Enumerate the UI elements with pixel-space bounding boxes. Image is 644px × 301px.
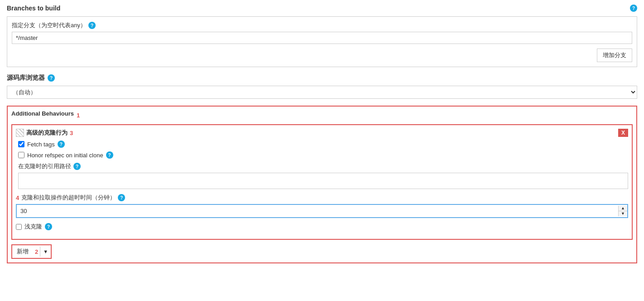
fetch-tags-row: Fetch tags ? bbox=[16, 141, 628, 148]
branch-help-icon[interactable]: ? bbox=[88, 22, 96, 29]
source-browser-help-icon[interactable]: ? bbox=[48, 74, 55, 82]
ref-path-help-icon[interactable]: ? bbox=[73, 163, 81, 170]
spinner-up-button[interactable]: ▲ bbox=[619, 206, 627, 211]
fetch-tags-checkbox[interactable] bbox=[18, 141, 24, 147]
source-browser-title: 源码库浏览器 bbox=[7, 74, 45, 82]
add-new-button[interactable]: 新增 2 ▼ bbox=[11, 244, 52, 259]
add-branch-button[interactable]: 增加分支 bbox=[597, 49, 632, 62]
additional-behaviours-title: Additional Behaviours bbox=[11, 110, 74, 117]
additional-behaviours-box: Additional Behaviours 1 高级的克隆行为 3 X Fetc… bbox=[7, 106, 637, 263]
ref-path-label: 在克隆时的引用路径 bbox=[18, 162, 71, 170]
honor-refspec-row: Honor refspec on initial clone ? bbox=[16, 151, 628, 159]
add-new-number: 2 bbox=[33, 246, 40, 257]
timeout-input[interactable] bbox=[17, 205, 618, 217]
timeout-input-wrapper: ▲ ▼ bbox=[16, 204, 628, 218]
branch-input[interactable] bbox=[12, 32, 632, 44]
source-browser-select[interactable]: （自动） bbox=[7, 86, 637, 99]
shallow-clone-checkbox[interactable] bbox=[16, 224, 22, 230]
additional-behaviours-number: 1 bbox=[77, 112, 80, 119]
add-new-section: 新增 2 ▼ bbox=[11, 244, 633, 259]
shallow-clone-row: 浅克隆 ? bbox=[16, 223, 628, 231]
add-new-arrow-icon[interactable]: ▼ bbox=[40, 247, 51, 257]
honor-refspec-help-icon[interactable]: ? bbox=[106, 151, 113, 159]
timeout-number: 4 bbox=[16, 194, 19, 201]
fetch-tags-label: Fetch tags bbox=[27, 141, 55, 148]
timeout-section: 4 克隆和拉取操作的超时时间（分钟） ? ▲ ▼ bbox=[16, 194, 628, 218]
clone-behaviour-box: 高级的克隆行为 3 X Fetch tags ? Honor refspec o… bbox=[11, 124, 633, 240]
timeout-label-text: 克隆和拉取操作的超时时间（分钟） bbox=[21, 194, 116, 202]
striped-icon bbox=[16, 129, 24, 137]
clone-x-button[interactable]: X bbox=[618, 129, 628, 137]
ref-path-input[interactable] bbox=[18, 173, 628, 189]
branch-field-label: 指定分支（为空时代表any） bbox=[12, 21, 86, 29]
branches-help-icon[interactable]: ? bbox=[630, 5, 637, 12]
honor-refspec-checkbox[interactable] bbox=[18, 152, 24, 158]
honor-refspec-label: Honor refspec on initial clone bbox=[27, 152, 103, 159]
shallow-clone-help-icon[interactable]: ? bbox=[45, 223, 52, 230]
source-browser-section: 源码库浏览器 ? （自动） bbox=[7, 74, 637, 99]
add-new-label: 新增 bbox=[12, 245, 33, 258]
shallow-clone-label: 浅克隆 bbox=[24, 223, 42, 231]
spinner-buttons: ▲ ▼ bbox=[618, 206, 627, 216]
branches-section: 指定分支（为空时代表any） ? 增加分支 bbox=[7, 16, 637, 67]
clone-behaviour-title-text: 高级的克隆行为 bbox=[26, 129, 68, 137]
spinner-down-button[interactable]: ▼ bbox=[619, 211, 627, 216]
ref-path-field: 在克隆时的引用路径 ? bbox=[16, 162, 628, 189]
timeout-help-icon[interactable]: ? bbox=[118, 194, 125, 201]
branches-title: Branches to build bbox=[7, 5, 60, 12]
fetch-tags-help-icon[interactable]: ? bbox=[58, 141, 65, 148]
clone-behaviour-number: 3 bbox=[70, 130, 73, 136]
